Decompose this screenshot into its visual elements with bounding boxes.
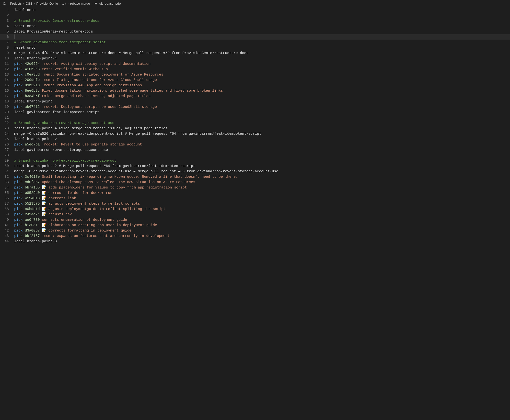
line-content[interactable]: pick e8529d0 📝 corrects folder for docke… [13,190,510,196]
editor-line[interactable]: 12pick 41062a3 tests verified commit wit… [0,66,510,72]
editor-line[interactable]: 36pick 4194013 📝 corrects link [0,196,510,201]
editor-line[interactable]: 19pick ab67f12 :rocket: Deployment scrip… [0,104,510,110]
editor-line[interactable]: 33pick cd0feb7 Updated the cleanup docs … [0,179,510,185]
line-content[interactable]: pick 09b3218 :memo: Provision AAD App an… [13,83,510,88]
breadcrumb-segment[interactable]: ProvisionGenie [36,1,58,6]
token-command: pick [14,223,23,227]
editor-line[interactable]: 10label branch-point-4 [0,56,510,61]
line-content[interactable]: merge -C 9461df0 ProvisionGenie-restruct… [13,50,510,56]
line-content[interactable]: reset branch-point-2 # Merge pull reques… [13,163,510,169]
editor-line[interactable]: 20label gavinbarron-feat-idempotent-scri… [0,110,510,115]
line-content[interactable]: merge -C dc9d95c gavinbarron-revert-stor… [13,169,510,174]
editor-line[interactable]: 26pick a5ec7ba :rocket: Revert to use se… [0,142,510,147]
line-content[interactable]: pick 200defe :memo: Fixing instructions … [13,77,510,83]
editor-line[interactable]: 31merge -C dc9d95c gavinbarron-revert-st… [0,169,510,174]
line-content[interactable]: pick b384b5f Fxied merge and rebase issu… [13,93,510,99]
editor-line[interactable]: 37pick 5523575 📝 adjusts deployment step… [0,201,510,206]
editor-line[interactable]: 1label onto [0,7,510,13]
editor-line[interactable]: 17pick b384b5f Fxied merge and rebase is… [0,93,510,99]
editor-line[interactable]: 35pick e8529d0 📝 corrects folder for doc… [0,190,510,196]
editor-line[interactable]: 25label branch-point-2 [0,136,510,142]
line-content[interactable]: pick d3a0067 📝 corrects formatting in de… [13,228,510,233]
token-plain [23,180,25,184]
line-content[interactable]: pick 42d0954 :rocket: Adding cli deploy … [13,61,510,66]
editor-area[interactable]: 1label onto23# Branch ProvisionGenie-res… [0,7,510,244]
breadcrumb-segment[interactable]: C: [3,1,6,6]
editor-line[interactable]: 23reset branch-point # Fxied merge and r… [0,126,510,131]
line-content[interactable]: pick c0bde1d 📝 adjusts deploymentguide t… [13,206,510,212]
editor-line[interactable]: 39pick 249ac74 📝 adjusts nav [0,212,510,217]
editor-line[interactable]: 9merge -C 9461df0 ProvisionGenie-restruc… [0,50,510,56]
line-content[interactable]: # Branch gavinbarron-feat-split-app-crea… [13,158,510,163]
editor-line[interactable]: 14pick 200defe :memo: Fixing instruction… [0,77,510,83]
editor-line[interactable]: 30reset branch-point-2 # Merge pull requ… [0,163,510,169]
editor-line[interactable]: 7# Branch gavinbarron-feat-idempotent-sc… [0,40,510,45]
editor-line[interactable]: 22# Branch gavinbarron-revert-storage-ac… [0,120,510,126]
breadcrumb[interactable]: C:›Projects›OSS›ProvisionGenie›.git›reba… [0,0,510,7]
breadcrumb-segment[interactable]: rebase-merge [70,1,90,6]
line-content[interactable]: pick bb7a165 📝 adds placeholders for val… [13,185,510,190]
line-content[interactable]: pick c0ea38d :memo: Documenting scripted… [13,72,510,77]
editor-line[interactable]: 43pick bbf2137 :memo: expands on feature… [0,233,510,239]
line-content[interactable]: # Branch gavinbarron-feat-idempotent-scr… [13,40,510,45]
token-command: pick [14,180,23,184]
line-content[interactable]: label gavinbarron-feat-idempotent-script [13,110,510,115]
editor-line[interactable]: 16pick 8ee6b8c Fixed documentation navig… [0,88,510,93]
editor-line[interactable]: 44label branch-point-3 [0,239,510,244]
editor-line[interactable]: 13pick c0ea38d :memo: Documenting script… [0,72,510,77]
line-content[interactable]: pick 5523575 📝 adjusts deployment steps … [13,201,510,206]
line-content[interactable]: pick ae0f780 corrects enumeration of dep… [13,217,510,222]
line-content[interactable]: # Branch ProvisionGenie-restructure-docs [13,18,510,23]
editor-line[interactable]: 3# Branch ProvisionGenie-restructure-doc… [0,18,510,23]
line-content[interactable]: label branch-point-3 [13,239,510,244]
editor-line[interactable]: 15pick 09b3218 :memo: Provision AAD App … [0,83,510,88]
line-content[interactable]: pick 249ac74 📝 adjusts nav [13,212,510,217]
editor-line[interactable]: 21 [0,115,510,120]
editor-line[interactable]: 38pick c0bde1d 📝 adjusts deploymentguide… [0,206,510,212]
editor-line[interactable]: 40pick ae0f780 corrects enumeration of d… [0,217,510,222]
breadcrumb-segment[interactable]: .git [62,1,66,6]
line-content[interactable]: pick a5ec7ba :rocket: Revert to use sepa… [13,142,510,147]
editor-line[interactable]: 27label gavinbarron-revert-storage-accou… [0,147,510,153]
editor-line[interactable]: 28 [0,153,510,158]
editor-line[interactable]: 41pick b130e11 📝 elaborates on creating … [0,222,510,228]
breadcrumb-segment[interactable]: OSS [26,1,32,6]
line-content[interactable]: reset onto [13,23,510,29]
editor-line[interactable]: 32pick 3c4617e Small formatting fix rega… [0,174,510,179]
editor-line[interactable]: 42pick d3a0067 📝 corrects formatting in … [0,228,510,233]
editor-line[interactable]: 8reset onto [0,45,510,50]
line-content[interactable]: pick 8ee6b8c Fixed documentation navigat… [13,88,510,93]
editor-line[interactable]: 18label branch-point [0,99,510,104]
line-content[interactable]: pick 4194013 📝 corrects link [13,196,510,201]
line-content[interactable]: pick b130e11 📝 elaborates on creating ap… [13,222,510,228]
editor-line[interactable]: 34pick bb7a165 📝 adds placeholders for v… [0,185,510,190]
editor-line[interactable]: 29# Branch gavinbarron-feat-split-app-cr… [0,158,510,163]
editor-line[interactable]: 11pick 42d0954 :rocket: Adding cli deplo… [0,61,510,66]
line-content[interactable]: pick 41062a3 tests verified commit witho… [13,66,510,72]
line-content[interactable]: pick bbf2137 :memo: expands on features … [13,233,510,239]
line-content[interactable] [13,34,510,40]
line-content[interactable]: label onto [13,7,510,13]
line-content[interactable]: label branch-point-2 [13,136,510,142]
breadcrumb-segment[interactable]: Projects [10,1,22,6]
editor-line[interactable]: 24merge -C ca7a526 gavinbarron-feat-idem… [0,131,510,136]
editor-line[interactable]: 5label ProvisionGenie-restructure-docs [0,29,510,34]
line-content[interactable]: label gavinbarron-revert-storage-account… [13,147,510,153]
line-content[interactable]: merge -C ca7a526 gavinbarron-feat-idempo… [13,131,510,136]
line-content[interactable]: reset onto [13,45,510,50]
editor-line[interactable]: 4reset onto [0,23,510,29]
token-text: :memo: Documenting scripted deployment o… [42,73,163,77]
token-plain: label gavinbarron-feat-idempotent-script [14,110,99,114]
line-content[interactable]: label branch-point-4 [13,56,510,61]
line-content[interactable]: pick cd0feb7 Updated the cleanup docs to… [13,179,510,185]
breadcrumb-segment[interactable]: git-rebase-todo [99,1,121,6]
line-content[interactable]: pick ab67f12 :rocket: Deployment script … [13,104,510,110]
line-content[interactable]: reset branch-point # Fxied merge and reb… [13,126,510,131]
line-content[interactable]: label branch-point [13,99,510,104]
editor-line[interactable]: 6 [0,34,510,40]
file-icon [94,2,98,6]
line-content[interactable]: label ProvisionGenie-restructure-docs [13,29,510,34]
line-content[interactable]: pick 3c4617e Small formatting fix regard… [13,174,510,179]
line-content[interactable]: # Branch gavinbarron-revert-storage-acco… [13,120,510,126]
editor-line[interactable]: 2 [0,13,510,18]
